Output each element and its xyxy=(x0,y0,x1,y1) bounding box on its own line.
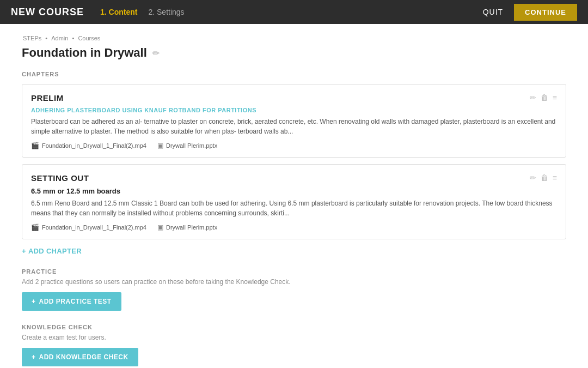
breadcrumb-steps: STEPs xyxy=(23,35,41,41)
practice-section: PRACTICE Add 2 practice questions so use… xyxy=(22,268,566,311)
chapter-1-file-1: 🎬 Foundation_in_Drywall_1_Final(2).mp4 xyxy=(31,142,146,149)
chapter-2-title: SETTING OUT xyxy=(31,173,89,183)
chapter-2-file-1: 🎬 Foundation_in_Drywall_1_Final(2).mp4 xyxy=(31,224,146,231)
video-icon-2: 🎬 xyxy=(31,224,39,231)
slides-icon-1: ▣ xyxy=(157,142,163,149)
nav-step-1[interactable]: 1. Content xyxy=(100,8,137,16)
topnav-left: NEW COURSE 1. Content 2. Settings xyxy=(11,7,185,18)
page-title-edit-icon[interactable]: ✏ xyxy=(152,48,160,58)
breadcrumb-admin: Admin xyxy=(51,35,68,41)
page-title-row: Foundation in Drywall ✏ xyxy=(22,46,566,60)
practice-section-desc: Add 2 practice questions so users can pr… xyxy=(22,278,566,286)
chapter-card-1: PRELIM ✏ 🗑 ≡ ADHERING PLASTERBOARD USING… xyxy=(22,84,566,158)
practice-btn-label: ADD PRACTICE TEST xyxy=(39,298,112,305)
practice-section-label: PRACTICE xyxy=(22,268,566,275)
breadcrumb-sep2: • xyxy=(72,35,76,41)
page-title: Foundation in Drywall xyxy=(22,46,147,60)
quit-button[interactable]: QUIT xyxy=(483,8,503,16)
knowledge-btn-label: ADD KNOWLEDGE CHECK xyxy=(39,353,128,361)
add-chapter-label: ADD CHAPTER xyxy=(28,247,82,255)
knowledge-check-desc: Create a exam test for users. xyxy=(22,334,566,341)
add-practice-test-button[interactable]: + ADD PRACTICE TEST xyxy=(22,292,121,311)
add-chapter-plus-icon: + xyxy=(22,247,26,255)
breadcrumb-sep1: • xyxy=(45,35,49,41)
chapter-card-2: SETTING OUT ✏ 🗑 ≡ 6.5 mm or 12.5 mm boar… xyxy=(22,164,566,239)
app-title: NEW COURSE xyxy=(11,7,84,18)
chapter-2-file-1-name: Foundation_in_Drywall_1_Final(2).mp4 xyxy=(42,224,146,231)
chapter-1-description: Plasterboard can be adhered as an al- te… xyxy=(31,117,557,136)
chapter-2-file-2: ▣ Drywall Plerim.pptx xyxy=(157,224,217,231)
main-content: STEPs • Admin • Courses Foundation in Dr… xyxy=(0,24,588,368)
chapter-1-edit-icon[interactable]: ✏ xyxy=(530,93,536,102)
add-chapter-button[interactable]: + ADD CHAPTER xyxy=(22,247,82,255)
chapter-2-delete-icon[interactable]: 🗑 xyxy=(541,173,548,182)
chapter-1-lesson-title[interactable]: ADHERING PLASTERBOARD USING KNAUF ROTBAN… xyxy=(31,107,557,113)
chapter-2-edit-icon[interactable]: ✏ xyxy=(530,173,536,182)
topnav-right: QUIT CONTINUE xyxy=(483,4,577,21)
chapter-2-file-2-name: Drywall Plerim.pptx xyxy=(166,224,217,231)
chapter-1-title: PRELIM xyxy=(31,93,64,102)
chapter-1-drag-icon[interactable]: ≡ xyxy=(553,93,557,102)
chapter-2-subtitle: 6.5 mm or 12.5 mm boards xyxy=(31,187,557,195)
chapter-1-file-2-name: Drywall Plerim.pptx xyxy=(166,142,217,149)
nav-steps: 1. Content 2. Settings xyxy=(100,8,185,16)
practice-plus-icon: + xyxy=(32,298,36,305)
video-icon-1: 🎬 xyxy=(31,142,39,149)
add-chapter-row: + ADD CHAPTER xyxy=(22,247,566,255)
chapter-2-actions: ✏ 🗑 ≡ xyxy=(530,173,557,182)
chapters-section-label: CHAPTERS xyxy=(22,71,566,77)
chapter-1-files: 🎬 Foundation_in_Drywall_1_Final(2).mp4 ▣… xyxy=(31,142,557,149)
add-knowledge-check-button[interactable]: + ADD KNOWLEDGE CHECK xyxy=(22,348,138,366)
chapter-1-actions: ✏ 🗑 ≡ xyxy=(530,93,557,102)
breadcrumb-courses: Courses xyxy=(78,35,100,41)
chapter-1-file-2: ▣ Drywall Plerim.pptx xyxy=(157,142,217,149)
breadcrumb: STEPs • Admin • Courses xyxy=(22,35,566,41)
knowledge-check-section: KNOWLEDGE CHECK Create a exam test for u… xyxy=(22,324,566,366)
knowledge-check-label: KNOWLEDGE CHECK xyxy=(22,324,566,330)
chapter-2-description: 6.5 mm Reno Board and 12.5 mm Classic 1 … xyxy=(31,198,557,218)
nav-step-2[interactable]: 2. Settings xyxy=(148,8,184,16)
slides-icon-2: ▣ xyxy=(157,224,163,231)
chapter-1-delete-icon[interactable]: 🗑 xyxy=(541,93,548,102)
chapter-1-file-1-name: Foundation_in_Drywall_1_Final(2).mp4 xyxy=(42,142,146,149)
chapter-2-files: 🎬 Foundation_in_Drywall_1_Final(2).mp4 ▣… xyxy=(31,224,557,231)
chapter-card-2-header: SETTING OUT ✏ 🗑 ≡ xyxy=(31,173,557,183)
chapter-card-1-header: PRELIM ✏ 🗑 ≡ xyxy=(31,93,557,102)
continue-button[interactable]: CONTINUE xyxy=(514,4,577,21)
chapter-2-drag-icon[interactable]: ≡ xyxy=(553,173,557,182)
knowledge-plus-icon: + xyxy=(32,353,36,361)
topnav: NEW COURSE 1. Content 2. Settings QUIT C… xyxy=(0,0,588,24)
